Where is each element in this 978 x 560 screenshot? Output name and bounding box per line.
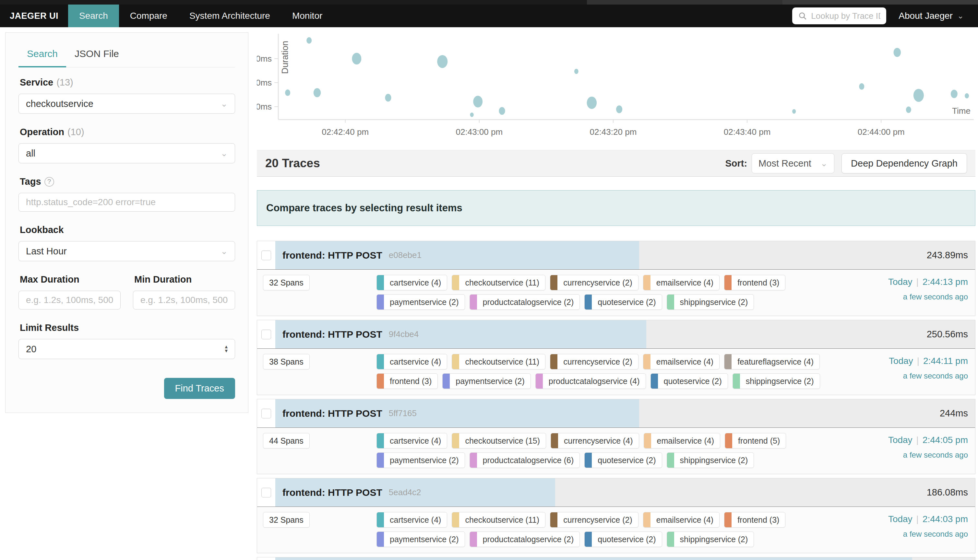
span-count-chip: 44 Spans	[263, 433, 310, 448]
operation-select[interactable]: all ⌄	[18, 143, 235, 163]
trace-point[interactable]	[470, 112, 474, 117]
trace-link[interactable]: frontend: HTTP POSTea06c2d427.05ms	[275, 557, 975, 560]
trace-point[interactable]	[951, 90, 958, 98]
service-color-icon	[452, 433, 459, 448]
service-label: Service(13)	[20, 77, 234, 88]
trace-time-link[interactable]: 2:44:03 pm	[923, 514, 968, 524]
trace-ago-link[interactable]: a few seconds ago	[838, 372, 968, 380]
service-tag-label: checkoutservice (15)	[459, 436, 546, 446]
trace-checkbox[interactable]	[261, 409, 271, 418]
trace-day-link[interactable]: Today	[888, 514, 913, 524]
trace-checkbox[interactable]	[261, 250, 271, 260]
max-duration-input[interactable]	[26, 295, 113, 305]
app-brand: JAEGER UI	[0, 5, 68, 27]
trace-link[interactable]: frontend: HTTP POSTe08ebe1243.89ms	[275, 241, 975, 269]
trace-day-link[interactable]: Today	[889, 356, 913, 366]
trace-link[interactable]: frontend: HTTP POST5ead4c2186.08ms	[275, 478, 975, 507]
service-color-icon	[733, 374, 740, 388]
number-stepper-icon[interactable]: ▴▾	[225, 345, 228, 353]
nav-item-search[interactable]: Search	[68, 5, 119, 27]
find-traces-button[interactable]: Find Traces	[164, 378, 235, 399]
service-tag-label: frontend (3)	[731, 515, 785, 525]
trace-ago-link[interactable]: a few seconds ago	[838, 292, 968, 302]
service-tag-label: shippingservice (2)	[740, 377, 820, 386]
trace-point[interactable]	[306, 37, 312, 44]
service-tag: quoteservice (2)	[584, 532, 662, 547]
service-tag-label: paymentservice (2)	[384, 535, 465, 544]
service-tag: currencyservice (2)	[550, 275, 639, 290]
trace-point[interactable]	[894, 48, 901, 57]
trace-point[interactable]	[965, 93, 969, 98]
trace-checkbox[interactable]	[261, 488, 271, 497]
trace-time-link[interactable]: 2:44:13 pm	[923, 277, 968, 287]
service-tag: cartservice (4)	[377, 512, 447, 528]
trace-point[interactable]	[859, 83, 864, 90]
trace-point[interactable]	[473, 96, 482, 107]
min-duration-input[interactable]	[140, 295, 228, 305]
trace-lookup-box[interactable]	[792, 7, 886, 24]
trace-lookup-input[interactable]	[811, 11, 880, 21]
lookback-value: Last Hour	[26, 246, 67, 257]
service-tag: productcatalogservice (2)	[469, 532, 580, 547]
nav-item-monitor[interactable]: Monitor	[281, 5, 333, 27]
service-tag: paymentservice (2)	[442, 373, 531, 389]
service-color-icon	[377, 453, 384, 468]
chevron-down-icon: ⌄	[820, 158, 828, 168]
service-select[interactable]: checkoutservice ⌄	[18, 94, 235, 114]
trace-time-link[interactable]: 2:44:11 pm	[923, 356, 968, 366]
deep-dependency-graph-button[interactable]: Deep Dependency Graph	[841, 153, 967, 173]
help-icon[interactable]: ?	[44, 177, 54, 187]
trace-point[interactable]	[913, 89, 924, 102]
service-color-icon	[377, 295, 384, 310]
service-tag: quoteservice (2)	[584, 452, 662, 468]
limit-results-input[interactable]: 20 ▴▾	[18, 339, 235, 359]
trace-date-links[interactable]: Today|2:44:13 pm	[838, 277, 968, 287]
service-color-icon	[377, 374, 384, 388]
span-count-chip: 32 Spans	[263, 512, 310, 528]
tags-input[interactable]	[26, 197, 228, 207]
sort-select[interactable]: Most Recent ⌄	[752, 153, 834, 173]
trace-checkbox[interactable]	[261, 330, 271, 339]
x-tick-label: 02:44:00 pm	[858, 127, 905, 137]
trace-duration: 186.08ms	[927, 487, 968, 498]
trace-row-header: frontend: HTTP POST5ead4c2186.08ms	[257, 478, 975, 507]
trace-point[interactable]	[792, 109, 796, 114]
trace-date-links[interactable]: Today|2:44:11 pm	[838, 356, 968, 366]
tags-label: Tags ?	[20, 176, 234, 187]
nav-item-system-architecture[interactable]: System Architecture	[179, 5, 281, 27]
tab-search[interactable]: Search	[18, 41, 66, 67]
trace-id: 5ff7165	[389, 408, 417, 418]
trace-point[interactable]	[352, 53, 361, 65]
trace-point[interactable]	[285, 90, 290, 96]
trace-point[interactable]	[314, 88, 321, 97]
trace-link[interactable]: frontend: HTTP POST5ff7165244ms	[275, 399, 975, 427]
trace-point[interactable]	[587, 97, 597, 109]
about-jaeger-menu[interactable]: About Jaeger ⌄	[899, 5, 964, 27]
trace-ago-link[interactable]: a few seconds ago	[838, 530, 968, 538]
trace-checkbox-cell	[257, 241, 275, 269]
nav-item-compare[interactable]: Compare	[119, 5, 179, 27]
trace-date-links[interactable]: Today|2:44:05 pm	[838, 435, 968, 445]
service-tag-label: featureflagservice (4)	[731, 357, 819, 367]
tab-json-file[interactable]: JSON File	[66, 41, 127, 67]
trace-day-link[interactable]: Today	[888, 277, 913, 287]
separator: |	[916, 277, 919, 287]
trace-point[interactable]	[906, 107, 911, 113]
trace-date-links[interactable]: Today|2:44:03 pm	[838, 514, 968, 524]
service-tag: checkoutservice (11)	[452, 512, 546, 528]
trace-point[interactable]	[616, 105, 622, 113]
trace-link[interactable]: frontend: HTTP POST9f4cbe4250.56ms	[275, 320, 975, 348]
trace-day-link[interactable]: Today	[888, 435, 913, 445]
lookback-select[interactable]: Last Hour ⌄	[18, 241, 235, 261]
trace-point[interactable]	[385, 94, 391, 102]
trace-point[interactable]	[499, 107, 505, 115]
span-count-label: 32 Spans	[263, 515, 309, 525]
service-tag: paymentservice (2)	[377, 294, 465, 310]
service-tag-label: currencyservice (4)	[558, 436, 639, 446]
trace-ago-link[interactable]: a few seconds ago	[838, 450, 968, 460]
trace-point[interactable]	[437, 55, 447, 68]
span-count-label: 44 Spans	[263, 436, 309, 446]
service-tag: frontend (3)	[724, 512, 785, 528]
trace-point[interactable]	[574, 69, 579, 74]
trace-time-link[interactable]: 2:44:05 pm	[923, 435, 968, 445]
